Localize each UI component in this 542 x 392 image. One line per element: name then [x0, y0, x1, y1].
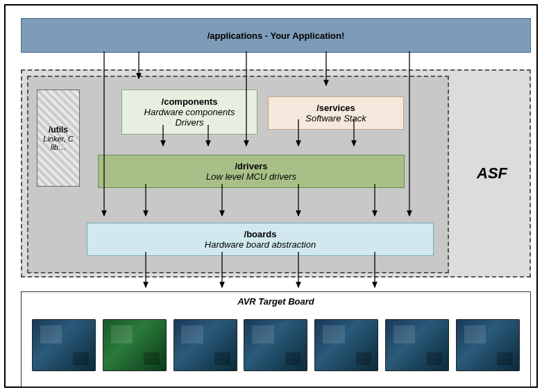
- drivers-title: /drivers: [235, 161, 268, 171]
- components-sub2: Drivers: [175, 117, 203, 128]
- boards-sub: Hardware board abstraction: [205, 239, 316, 250]
- boards-title: /boards: [244, 229, 277, 239]
- components-layer: /components Hardware components Drivers: [121, 90, 257, 135]
- asf-container: /utils Linker, C lib… /components Hardwa…: [21, 69, 531, 278]
- board-photo: [385, 319, 449, 371]
- components-title: /components: [162, 96, 218, 107]
- board-photo: [456, 319, 520, 371]
- services-sub: Software Stack: [305, 113, 366, 123]
- board-photo: [103, 319, 167, 371]
- target-board-box: AVR Target Board: [21, 291, 531, 387]
- target-label: AVR Target Board: [22, 292, 530, 307]
- components-sub1: Hardware components: [144, 107, 235, 117]
- utils-sub: Linker, C lib…: [37, 135, 79, 151]
- board-photo: [32, 319, 96, 371]
- diagram-frame: /applications - Your Application! /utils…: [4, 4, 538, 388]
- applications-layer: /applications - Your Application!: [21, 18, 531, 53]
- board-photo: [314, 319, 378, 371]
- asf-label: ASF: [477, 164, 507, 182]
- services-layer: /services Software Stack: [268, 96, 404, 130]
- board-images-row: [22, 307, 530, 383]
- drivers-sub: Low level MCU drivers: [206, 171, 296, 182]
- board-photo: [244, 319, 307, 371]
- board-photo: [173, 319, 237, 371]
- asf-inner: /utils Linker, C lib… /components Hardwa…: [27, 76, 449, 273]
- boards-layer: /boards Hardware board abstraction: [87, 223, 434, 256]
- services-title: /services: [316, 103, 355, 113]
- drivers-layer: /drivers Low level MCU drivers: [98, 155, 405, 188]
- utils-title: /utils: [49, 125, 68, 135]
- utils-layer: /utils Linker, C lib…: [37, 90, 80, 187]
- applications-title: /applications - Your Application!: [208, 31, 345, 41]
